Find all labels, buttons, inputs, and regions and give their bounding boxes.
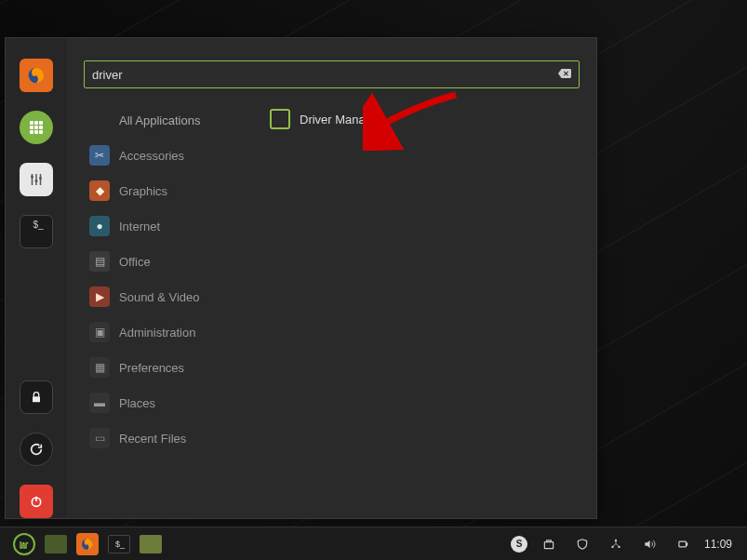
taskbar-files[interactable]	[140, 535, 162, 553]
recent-icon: ▭	[89, 428, 110, 448]
search-field-wrapper[interactable]	[84, 60, 580, 88]
tray-volume-icon[interactable]	[637, 532, 661, 556]
menu-columns: All Applications ✂ Accessories ◆ Graphic…	[84, 105, 580, 503]
svg-point-21	[615, 539, 617, 540]
category-label: Administration	[119, 326, 195, 340]
favorite-terminal[interactable]: $_	[20, 215, 53, 248]
tray-updates-icon[interactable]	[537, 532, 561, 556]
svg-rect-6	[39, 126, 43, 129]
category-all-applications[interactable]: All Applications	[84, 105, 249, 135]
category-preferences[interactable]: ▦ Preferences	[84, 353, 249, 382]
category-label: Places	[119, 396, 155, 410]
category-label: All Applications	[119, 113, 200, 127]
scissors-icon: ✂	[89, 145, 110, 166]
category-label: Graphics	[119, 184, 167, 198]
favorite-apps[interactable]	[20, 111, 53, 144]
clear-search-icon[interactable]	[558, 68, 571, 81]
category-label: Preferences	[119, 361, 184, 375]
category-icon	[89, 110, 110, 130]
favorites-column: $_	[6, 38, 67, 518]
lock-screen-button[interactable]	[20, 380, 53, 414]
graphics-icon: ◆	[89, 180, 110, 201]
category-label: Sound & Video	[119, 290, 200, 304]
category-label: Accessories	[119, 149, 184, 163]
taskbar-show-desktop[interactable]	[45, 535, 67, 553]
category-office[interactable]: ▤ Office	[84, 247, 249, 276]
tray-network-icon[interactable]	[604, 532, 628, 556]
driver-manager-icon	[270, 109, 290, 129]
svg-rect-5	[34, 126, 38, 129]
tray-indicator-s[interactable]: S	[511, 536, 527, 553]
category-label: Office	[119, 255, 151, 269]
category-accessories[interactable]: ✂ Accessories	[84, 140, 249, 170]
category-graphics[interactable]: ◆ Graphics	[84, 176, 249, 206]
category-places[interactable]: ▬ Places	[84, 388, 249, 418]
svg-rect-25	[686, 542, 687, 544]
svg-rect-8	[34, 130, 38, 134]
taskbar: $_ S 11:09	[0, 527, 747, 560]
category-internet[interactable]: ● Internet	[84, 211, 249, 241]
svg-rect-4	[30, 126, 33, 129]
prefs-icon: ▦	[89, 357, 110, 378]
power-button[interactable]	[20, 485, 53, 518]
logout-button[interactable]	[20, 433, 53, 466]
taskbar-terminal[interactable]: $_	[108, 535, 130, 553]
svg-rect-7	[30, 130, 33, 134]
favorite-settings[interactable]	[20, 163, 53, 196]
taskbar-clock[interactable]: 11:09	[704, 538, 732, 551]
categories-list: All Applications ✂ Accessories ◆ Graphic…	[84, 105, 249, 503]
start-menu: $_ All Applications ✂	[5, 37, 597, 519]
category-label: Recent Files	[119, 432, 186, 446]
svg-rect-24	[679, 541, 687, 547]
menu-main-panel: All Applications ✂ Accessories ◆ Graphic…	[67, 38, 596, 518]
svg-rect-1	[30, 121, 33, 125]
svg-rect-11	[32, 174, 33, 185]
svg-rect-15	[40, 174, 42, 185]
category-recent-files[interactable]: ▭ Recent Files	[84, 423, 249, 453]
play-icon: ▶	[89, 287, 110, 307]
tray-battery-icon[interactable]	[671, 532, 695, 556]
svg-rect-20	[544, 541, 553, 548]
start-menu-button[interactable]	[13, 533, 35, 555]
favorite-firefox[interactable]	[20, 59, 53, 92]
search-input[interactable]	[92, 68, 558, 82]
taskbar-firefox[interactable]	[76, 533, 99, 555]
category-label: Internet	[119, 220, 160, 233]
office-icon: ▤	[89, 251, 110, 272]
svg-rect-16	[33, 396, 40, 402]
places-icon: ▬	[89, 393, 110, 413]
category-sound-video[interactable]: ▶ Sound & Video	[84, 282, 249, 312]
svg-rect-13	[35, 174, 37, 185]
result-label: Driver Manager	[300, 113, 383, 127]
svg-rect-3	[39, 121, 43, 125]
results-list: Driver Manager	[249, 105, 580, 503]
tray-shield-icon[interactable]	[570, 532, 594, 556]
result-driver-manager[interactable]: Driver Manager	[264, 105, 580, 133]
svg-rect-9	[39, 130, 43, 134]
category-administration[interactable]: ▣ Administration	[84, 317, 249, 347]
admin-icon: ▣	[89, 322, 110, 342]
globe-icon: ●	[89, 216, 110, 236]
svg-rect-2	[34, 121, 38, 125]
